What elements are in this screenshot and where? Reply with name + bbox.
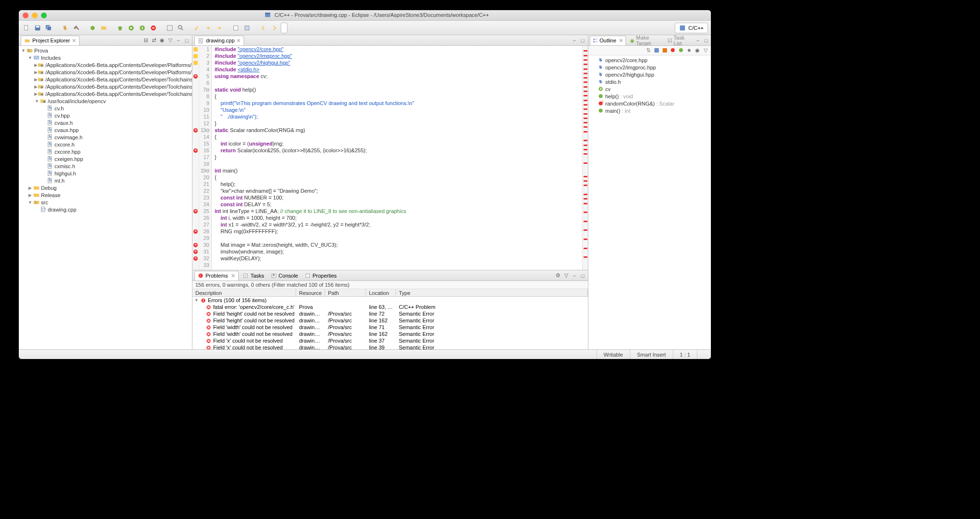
overview-marker[interactable] [584,145,587,146]
editor-tab[interactable]: c drawing.cpp ✕ [194,36,244,45]
error-marker-icon[interactable]: × [192,73,199,80]
build-button[interactable] [60,23,70,33]
save-all-button[interactable] [44,23,54,33]
overview-marker[interactable] [584,229,587,231]
line-number[interactable]: 27 [199,221,209,228]
line-number[interactable]: 17 [199,154,209,160]
problem-row[interactable]: Field 'height' could not be resolveddraw… [192,317,588,324]
outline-item[interactable]: stdio.h [588,78,711,85]
overview-marker[interactable] [584,180,587,182]
outline-menu-icon[interactable]: ▽ [702,47,709,54]
tree-node[interactable]: hcxcore.hpp [19,148,192,155]
task-list-tab[interactable]: ☑Task List [665,36,694,45]
hide-fields-icon[interactable] [653,47,660,54]
code-line[interactable]: const int DELAY = 5; [215,201,582,208]
tree-node[interactable]: ▼csrc [19,199,192,206]
tree-node[interactable]: hcxeigen.hpp [19,155,192,162]
code-line[interactable]: waitKey(DELAY); [215,255,582,262]
overview-marker[interactable] [584,68,587,70]
tree-node[interactable]: hcvaux.h [19,119,192,126]
overview-marker[interactable] [584,122,587,123]
code-line[interactable]: imshow(wndname, image); [215,248,582,255]
overview-marker[interactable] [584,194,587,195]
tree-twisty-icon[interactable]: ▶ [34,84,38,89]
tree-twisty-icon[interactable]: ▼ [27,200,33,205]
open-type-button[interactable] [165,23,175,33]
overview-marker[interactable] [584,91,587,92]
focus-outline-icon[interactable]: ◉ [694,47,701,54]
line-number[interactable]: 20 [199,174,209,181]
problem-row[interactable]: Field 'width' could not be resolveddrawi… [192,324,588,331]
overview-marker[interactable] [584,149,587,150]
overview-marker[interactable] [584,55,587,56]
tree-twisty-icon[interactable]: ▶ [34,63,38,67]
tree-node[interactable]: hcv.h [19,105,192,112]
link-editor-icon[interactable]: ⇄ [150,37,157,44]
code-line[interactable] [215,235,582,241]
code-line[interactable]: return Scalar(icolor&255, (icolor>>8)&25… [215,147,582,154]
code-line[interactable]: { [215,174,582,181]
line-number[interactable]: 4 [199,66,209,73]
line-number[interactable]: 3 [199,59,209,66]
code-editor[interactable]: ××××××××××××× 1234567⊖8910111213⊖1415161… [192,46,588,270]
line-number[interactable]: 6 [199,80,209,86]
code-line[interactable]: const int NUMBER = 100; [215,194,582,201]
view-menu-icon[interactable]: ▽ [167,37,174,44]
overview-marker[interactable] [584,248,587,249]
warning-marker-icon[interactable] [192,46,199,53]
line-number[interactable]: 29 [199,235,209,241]
overview-marker[interactable] [584,95,587,96]
col-type[interactable]: Type [396,289,588,296]
debug-button[interactable] [115,23,125,33]
tree-twisty-icon[interactable]: ▶ [27,193,33,198]
tree-node[interactable]: hcvwimage.h [19,133,192,141]
overview-marker[interactable] [584,185,587,186]
code-line[interactable]: #include "opencv2/imgproc.hpp" [215,53,582,59]
error-marker-icon[interactable]: × [192,241,199,248]
line-number[interactable]: 31 [199,248,209,255]
overview-marker[interactable] [584,64,587,65]
problems-group[interactable]: ▼Errors (100 of 156 items) [192,297,588,304]
error-marker-icon[interactable]: × [192,208,199,214]
minimize-problems-icon[interactable]: − [571,272,578,279]
code-line[interactable]: help(); [215,181,582,187]
tree-node[interactable]: ▶Debug [19,184,192,191]
problem-row[interactable]: Field 'x' could not be resolveddrawing.c… [192,344,588,349]
overview-marker[interactable] [584,131,587,133]
warning-marker-icon[interactable] [192,53,199,59]
external-tools-button[interactable] [149,23,158,33]
tree-twisty-icon[interactable]: ▼ [21,48,26,53]
code-line[interactable]: #include "opencv2/core.hpp" [215,46,582,53]
prev-annotation-button[interactable] [215,23,224,33]
line-number[interactable]: 8 [199,93,209,100]
overview-marker[interactable] [584,221,587,222]
outline-item[interactable]: opencv2/imgproc.hpp [588,64,711,71]
overview-marker[interactable] [584,86,587,88]
code-line[interactable]: #include "opencv2/highgui.hpp" [215,59,582,66]
problems-tab[interactable]: !Problems✕ [194,271,239,280]
code-line[interactable]: } [215,154,582,160]
project-explorer-tab[interactable]: Project Explorer ✕ [21,36,80,45]
code-line[interactable] [215,80,582,86]
overview-marker[interactable] [584,118,587,119]
run-button[interactable] [126,23,136,33]
line-number[interactable]: 5 [199,73,209,80]
line-number[interactable]: 14 [199,133,209,140]
line-number[interactable]: 18 [199,160,209,167]
line-number[interactable]: 15 [199,140,209,147]
problem-row[interactable]: Field 'height' could not be resolveddraw… [192,310,588,317]
hide-nonpublic-icon[interactable] [669,47,676,54]
line-number[interactable]: 16 [199,147,209,154]
overview-marker[interactable] [584,176,587,177]
col-location[interactable]: Location [366,289,396,296]
code-line[interactable]: int i, width = 1000, height = 700; [215,214,582,221]
sort-icon[interactable]: ⇅ [645,47,652,54]
overview-marker[interactable] [584,104,587,106]
outline-item[interactable]: help() : void [588,93,711,100]
tree-twisty-icon[interactable]: ▼ [34,99,40,104]
code-line[interactable]: int icolor = (unsigned)rng; [215,140,582,147]
line-number[interactable]: 13⊖ [199,127,209,133]
minimize-outline-icon[interactable]: − [694,37,701,44]
problems-columns[interactable]: Description Resource Path Location Type [192,289,588,297]
problem-row[interactable]: Field 'width' could not be resolveddrawi… [192,331,588,337]
